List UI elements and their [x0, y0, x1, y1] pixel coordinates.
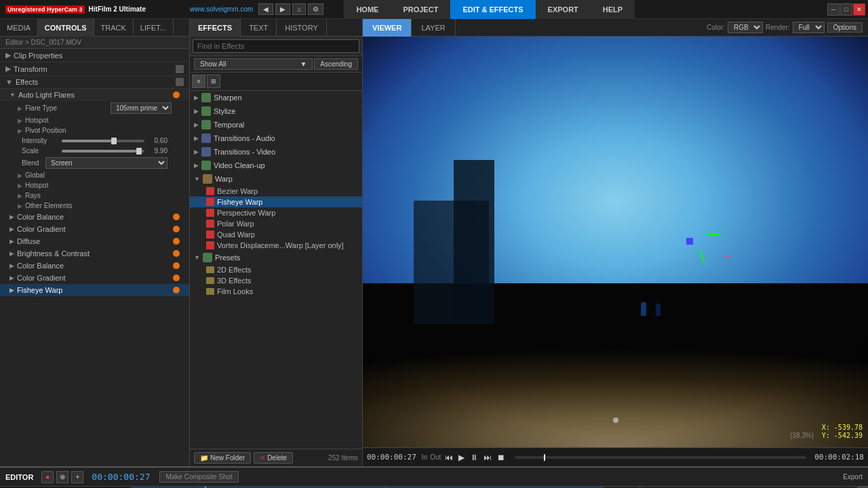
other-elements-item[interactable]: ▶ Other Elements [0, 201, 189, 211]
transport-start[interactable]: ⏮ [443, 453, 454, 462]
clip-properties-item[interactable]: ▶ Clip Properties [0, 49, 189, 62]
menu-export[interactable]: EXPORT [536, 0, 591, 19]
options-btn[interactable]: Options [827, 22, 863, 33]
transport-loop[interactable]: ⏹ [496, 453, 507, 462]
scale-slider[interactable] [62, 150, 144, 152]
2d-effects-item[interactable]: 2D Effects [190, 264, 362, 275]
cat-arrow-icon: ▶ [194, 135, 199, 142]
flare-type-select[interactable]: 105mm prime [111, 102, 172, 114]
pivot-position-item[interactable]: ▶ Pivot Position [0, 125, 189, 136]
effects-icon [176, 78, 184, 86]
win-maximize[interactable]: □ [840, 3, 852, 16]
color-select[interactable]: RGB [728, 22, 763, 33]
editor-ctrl-snap[interactable]: ⊕ [56, 471, 68, 483]
color-label: Color: [707, 24, 725, 31]
tab-viewer[interactable]: VIEWER [363, 19, 412, 37]
tab-lifet[interactable]: LIFET... [134, 19, 174, 37]
intensity-slider[interactable] [62, 140, 144, 142]
fisheye-warp-effects-item[interactable]: Fisheye Warp [190, 197, 362, 207]
export-btn[interactable]: Export [843, 473, 863, 481]
transform-item[interactable]: ▶ Transform [0, 62, 189, 76]
effects-view-btn1[interactable]: ≡ [192, 75, 205, 88]
brightness-contrast-item[interactable]: ▶ Brightness & Contrast [0, 247, 189, 260]
tab-history[interactable]: HISTORY [277, 19, 327, 37]
new-folder-btn[interactable]: 📁 New Folder [194, 452, 251, 464]
nav-back[interactable]: ◀ [258, 3, 273, 15]
sharpen-category[interactable]: ▶ Sharpen [190, 91, 362, 104]
temporal-category[interactable]: ▶ Temporal [190, 118, 362, 131]
3d-effects-item[interactable]: 3D Effects [190, 275, 362, 286]
effects-view-btn2[interactable]: ⊞ [207, 75, 220, 88]
transport-play[interactable]: ▶ [457, 453, 466, 462]
flare-type-item[interactable]: ▶ Flare Type 105mm prime [0, 101, 189, 115]
vortex-warp-item[interactable]: Vortex Displaceme...Warp [Layer only] [190, 240, 362, 251]
perspective-warp-item[interactable]: Perspective Warp [190, 207, 362, 218]
transport-pause[interactable]: ⏸ [469, 453, 479, 462]
bezier-warp-item[interactable]: Bezier Warp [190, 186, 362, 197]
color-gradient1-item[interactable]: ▶ Color Gradient [0, 223, 189, 235]
auto-light-flares-item[interactable]: ▼ Auto Light Flares [0, 89, 189, 101]
expand-arrow: ▶ [9, 274, 14, 281]
nav-forward[interactable]: ▶ [275, 3, 290, 15]
warp-category[interactable]: ▼ Warp [190, 172, 362, 186]
delete-btn[interactable]: ✕ Delete [254, 452, 293, 464]
blend-select[interactable]: Screen [45, 157, 167, 169]
sub-icon [206, 220, 214, 228]
nav-home[interactable]: ⌂ [292, 3, 306, 15]
diffuse-item[interactable]: ▶ Diffuse [0, 235, 189, 247]
effects-tab-bar: EFFECTS TEXT HISTORY [190, 19, 362, 37]
hotspot-item[interactable]: ▶ Hotspot [0, 115, 189, 125]
stylize-category[interactable]: ▶ Stylize [190, 104, 362, 118]
tab-effects[interactable]: EFFECTS [190, 19, 241, 37]
menu-edit-effects[interactable]: EDIT & EFFECTS [450, 0, 535, 19]
orange-dot [173, 92, 180, 98]
transport-end[interactable]: ⏭ [482, 453, 493, 462]
sub-icon [206, 187, 214, 195]
end-timecode: 00:00:02:18 [814, 453, 864, 462]
viewer-panel: VIEWER LAYER Color: RGB Render: Full Opt… [363, 19, 868, 466]
quad-warp-item[interactable]: Quad Warp [190, 229, 362, 240]
playback-scrubber[interactable] [515, 456, 806, 459]
editor-header: EDITOR ● ⊕ + 00:00:00:27 Make Composite … [0, 468, 868, 487]
tab-layer[interactable]: LAYER [412, 19, 455, 37]
scale-row: Scale 9.90 [0, 146, 189, 156]
show-all-btn[interactable]: Show All ▼ [194, 58, 313, 70]
expand-arrow: ▶ [18, 203, 22, 209]
nav-settings[interactable]: ⚙ [308, 3, 323, 15]
effects-list: ▶ Sharpen ▶ Stylize ▶ Temporal ▶ Transit… [190, 91, 362, 449]
menu-home[interactable]: HOME [344, 0, 391, 19]
tab-text[interactable]: TEXT [241, 19, 277, 37]
tab-media[interactable]: MEDIA [0, 19, 38, 37]
polar-warp-item[interactable]: Polar Warp [190, 218, 362, 229]
effects-section[interactable]: ▼ Effects [0, 76, 189, 89]
color-balance1-item[interactable]: ▶ Color Balance [0, 211, 189, 223]
transitions-audio-category[interactable]: ▶ Transitions - Audio [190, 131, 362, 145]
color-gradient2-item[interactable]: ▶ Color Gradient [0, 272, 189, 284]
menu-project[interactable]: PROJECT [391, 0, 450, 19]
render-select[interactable]: Full [793, 22, 825, 33]
presets-category[interactable]: ▼ Presets [190, 251, 362, 264]
tab-track[interactable]: TRACK [94, 19, 134, 37]
cat-arrow-icon: ▶ [194, 162, 199, 169]
transitions-video-category[interactable]: ▶ Transitions - Video [190, 145, 362, 159]
editor-ctrl-record[interactable]: ● [41, 471, 54, 483]
rays-item[interactable]: ▶ Rays [0, 190, 189, 201]
win-minimize[interactable]: ─ [827, 3, 840, 16]
editor-ctrl-add[interactable]: + [71, 471, 83, 483]
hypercam-badge: Unregistered HyperCam 3 [5, 5, 85, 14]
logo-area: Unregistered HyperCam 3 HitFilm 2 Ultima… [0, 4, 190, 15]
menu-help[interactable]: HELP [591, 0, 635, 19]
fisheye-warp-item[interactable]: ▶ Fisheye Warp [0, 284, 189, 296]
effects-filter-row: Show All ▼ Ascending [190, 56, 362, 73]
color-balance2-item[interactable]: ▶ Color Balance [0, 260, 189, 272]
global-item[interactable]: ▶ Global [0, 170, 189, 180]
ascending-btn[interactable]: Ascending [314, 58, 358, 70]
hotspot2-item[interactable]: ▶ Hotspot [0, 180, 189, 190]
effects-search-input[interactable] [193, 39, 359, 53]
video-cleanup-category[interactable]: ▶ Video Clean-up [190, 159, 362, 172]
tab-controls[interactable]: CONTROLS [38, 19, 94, 37]
viewer-tab-bar: VIEWER LAYER Color: RGB Render: Full Opt… [363, 19, 868, 37]
make-composite-btn[interactable]: Make Composite Shot [159, 471, 238, 483]
win-close[interactable]: ✕ [853, 3, 865, 16]
film-looks-item[interactable]: Film Looks [190, 286, 362, 297]
